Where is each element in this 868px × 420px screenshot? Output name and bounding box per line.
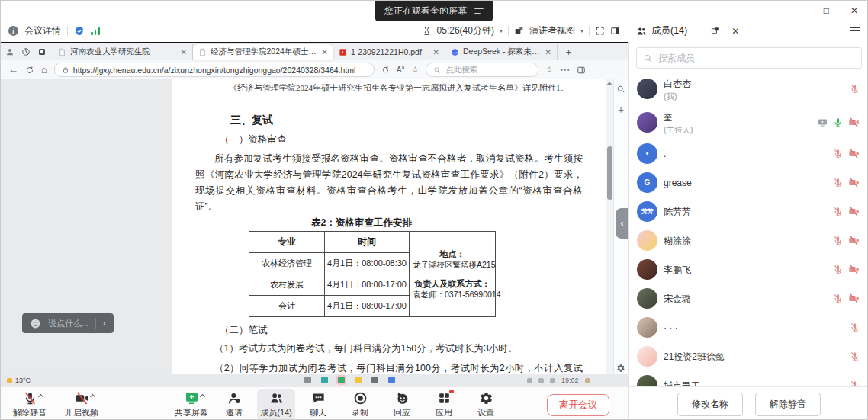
browser-tab[interactable]: DeepSeek - 探索未至之境✕	[445, 44, 558, 60]
translate-icon[interactable]	[381, 66, 390, 74]
panel-collapse-handle[interactable]: ‹	[616, 208, 628, 239]
subsection-heading-1: （一）资格审查	[220, 133, 583, 146]
tab-close-icon[interactable]: ✕	[545, 48, 551, 56]
unmute-button[interactable]: 解除静音	[755, 393, 821, 416]
popout-panel-icon[interactable]	[710, 26, 720, 37]
chevron-up-icon[interactable]	[37, 393, 44, 398]
chevron-up-icon[interactable]	[89, 393, 96, 398]
qualification-table: 专业时间地点：龙子湖校区繁塔楼A215负责人及联系方式：袁老师：0371-569…	[249, 231, 496, 317]
address-bar[interactable]: https://jgxy.henau.edu.cn/a/zixunzhongxi…	[54, 63, 375, 77]
home-icon[interactable]: ⌂	[41, 65, 47, 75]
mic-off-icon	[833, 293, 843, 303]
favorite-star-icon[interactable]: ☆	[411, 66, 419, 74]
toolbar-share-screen[interactable]: 共享屏幕	[172, 389, 211, 420]
more-options-icon[interactable]: ⋯	[560, 65, 570, 75]
url-text: https://jgxy.henau.edu.cn/a/zixunzhongxi…	[73, 66, 356, 75]
sidebar-toggle-icon[interactable]	[577, 66, 586, 75]
toolbar-cam-slash-dark[interactable]: 开启视频	[62, 389, 101, 420]
read-aloud-icon[interactable]: Aa	[397, 65, 405, 74]
fullscreen-icon[interactable]	[595, 26, 605, 36]
banner-menu-icon[interactable]	[474, 6, 484, 16]
browser-tab[interactable]: 经济与管理学院2024年硕士研究✕	[193, 44, 333, 60]
paragraph-1: 所有参加复试考生须接受报名资格审查。资格审查不合格者，取消复试资格。考生须按照《…	[195, 151, 583, 215]
tab-close-icon[interactable]: ✕	[181, 48, 187, 56]
search-icon	[433, 66, 441, 74]
notification-badge	[449, 390, 454, 394]
member-search-input[interactable]: 搜索成员	[636, 47, 862, 69]
member-row[interactable]: Ggrease	[629, 168, 868, 197]
toolbar-members[interactable]: 成员(14)	[257, 389, 295, 420]
security-shield-icon[interactable]	[74, 26, 85, 37]
network-signal-icon[interactable]	[91, 27, 100, 35]
browser-search-box[interactable]: 点此搜索	[426, 63, 538, 77]
view-mode-selector[interactable]: 演讲者视图	[529, 24, 575, 37]
member-row[interactable]: 奎(主持人)	[629, 105, 868, 139]
avatar: G	[637, 172, 657, 193]
view-caret-icon[interactable]: ▾	[580, 27, 583, 34]
emoji-icon[interactable]	[30, 318, 41, 329]
hamburger-menu-icon[interactable]	[850, 25, 860, 37]
minimize-button[interactable]: —	[793, 6, 802, 15]
member-row[interactable]: 李鹏飞	[629, 255, 868, 284]
tab-actions-icon[interactable]	[37, 47, 47, 56]
member-row[interactable]: 21投资2班徐懿	[629, 341, 868, 370]
member-name: grease	[664, 178, 692, 188]
toolbar-apps[interactable]: 应用	[425, 389, 463, 420]
rename-button[interactable]: 修改名称	[677, 393, 743, 416]
layout-icon[interactable]	[610, 26, 620, 36]
collapse-chat-icon[interactable]: ‹	[103, 318, 106, 329]
workspaces-icon[interactable]	[21, 47, 31, 56]
banner-text: 您正在观看奎的屏幕	[384, 5, 467, 18]
member-row[interactable]: 白杏杏(我)	[629, 72, 868, 105]
new-tab-button[interactable]: ＋	[564, 45, 574, 59]
quick-chat-bubble[interactable]: 说点什么... ‹	[22, 313, 114, 333]
browser-tab[interactable]: 1-230921221H0.pdf✕	[333, 44, 445, 60]
mic-off-icon	[833, 265, 843, 274]
member-row[interactable]: · · ·	[629, 313, 868, 341]
search-icon	[643, 53, 653, 63]
toolbar-record[interactable]: 录制	[341, 389, 379, 420]
sidebar-settings-icon[interactable]	[616, 364, 625, 373]
meeting-window: 您正在观看奎的屏幕 — □ ✕ i 会议详情 05:26(40分钟) ▾ 演讲者…	[0, 0, 868, 420]
browser-profile-icon[interactable]	[5, 47, 14, 56]
refresh-icon[interactable]	[25, 66, 34, 75]
timer-caret-icon[interactable]: ▾	[500, 27, 503, 34]
member-role: (我)	[664, 91, 691, 101]
close-panel-icon[interactable]: ✕	[731, 26, 739, 37]
tab-favicon-page	[58, 48, 66, 56]
toolbar-mic-slash-dark[interactable]: 解除静音	[10, 389, 50, 420]
favorites-bar-icon[interactable]: ☆	[545, 66, 553, 74]
maximize-button[interactable]: □	[824, 6, 829, 15]
scroll-up-arrow[interactable]	[606, 82, 612, 85]
toolbar-react[interactable]: 回应	[383, 389, 421, 420]
member-name: 陈芳芳	[664, 207, 691, 217]
sidebar-add-icon[interactable]: ＋	[616, 106, 626, 114]
meeting-details-button[interactable]: 会议详情	[24, 24, 61, 37]
cam-off-icon	[848, 117, 860, 128]
member-row[interactable]: 城市民工	[629, 370, 868, 386]
meeting-timer[interactable]: 05:26(40分钟)	[437, 24, 494, 37]
tab-close-icon[interactable]: ✕	[322, 48, 328, 56]
attachment-line: 《经济与管理学院2024年硕士研究生招生各专业第一志愿拟进入复试考生名单》详见附…	[229, 82, 583, 94]
member-row[interactable]: 宋金璐	[629, 284, 868, 313]
browser-tab[interactable]: 河南农业大学研究生院✕	[53, 44, 193, 60]
cam-off-icon	[848, 206, 860, 217]
browser-navbar: ← ⌂ https://jgxy.henau.edu.cn/a/zixunzho…	[1, 60, 628, 80]
page-scrollbar[interactable]	[606, 79, 613, 380]
toolbar-label: 聊天	[310, 407, 326, 418]
leave-meeting-button[interactable]: 离开会议	[547, 394, 609, 416]
cam-off-icon	[848, 293, 860, 304]
back-icon[interactable]: ←	[8, 65, 18, 75]
table-caption: 表2：资格审查工作安排	[249, 216, 474, 229]
toolbar-invite[interactable]: 邀请	[215, 389, 253, 420]
close-button[interactable]: ✕	[850, 6, 858, 15]
toolbar-chat[interactable]: 聊天	[299, 389, 337, 420]
member-row[interactable]: 芳芳陈芳芳	[629, 197, 868, 226]
sidebar-search-icon[interactable]	[616, 85, 625, 94]
scrollbar-thumb[interactable]	[607, 146, 612, 200]
toolbar-gear[interactable]: 设置	[467, 389, 505, 420]
member-row[interactable]: 糊涂涂	[629, 226, 868, 255]
chevron-up-icon[interactable]	[199, 393, 206, 398]
tab-close-icon[interactable]: ✕	[433, 48, 439, 56]
member-row[interactable]: •.	[629, 139, 868, 168]
